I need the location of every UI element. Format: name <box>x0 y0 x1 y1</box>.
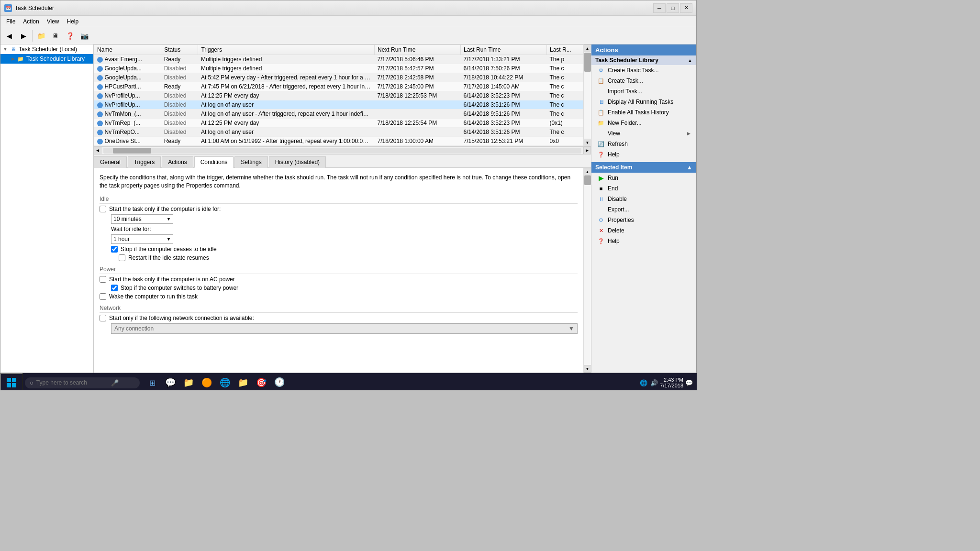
col-name[interactable]: Name <box>94 45 161 55</box>
title-controls: ─ □ ✕ <box>653 3 692 13</box>
maps-app[interactable]: 🎯 <box>253 374 270 390</box>
table-row[interactable]: Avast Emerg... Ready Multiple triggers d… <box>94 55 583 64</box>
export-item[interactable]: Export... <box>591 204 696 215</box>
scroll-down-button[interactable]: ▼ <box>584 139 591 146</box>
disable-item[interactable]: ⏸ Disable <box>591 194 696 204</box>
battery-checkbox[interactable] <box>111 285 118 291</box>
col-status[interactable]: Status <box>161 45 198 55</box>
notification-icon[interactable]: 💬 <box>685 379 693 386</box>
properties-item[interactable]: ⚙ Properties <box>591 215 696 225</box>
help-button[interactable]: ❓ <box>63 29 77 43</box>
table-row[interactable]: NvTmRepO... Disabled At log on of any us… <box>94 128 583 137</box>
folder-button[interactable]: 📁 <box>34 29 48 43</box>
close-button[interactable]: ✕ <box>680 3 692 13</box>
h-scroll-right[interactable]: ▶ <box>583 147 591 154</box>
vlc-app[interactable]: 🟠 <box>198 374 215 390</box>
task-next-run-cell <box>374 128 460 137</box>
menu-view[interactable]: View <box>43 17 63 26</box>
wake-checkbox[interactable] <box>100 293 106 300</box>
export-button[interactable]: 📷 <box>78 29 91 43</box>
view-item[interactable]: View ▶ <box>591 128 696 139</box>
disable-label: Disable <box>608 196 627 202</box>
tab-actions[interactable]: Actions <box>162 156 193 168</box>
detail-scroll-down[interactable]: ▼ <box>584 365 591 373</box>
stop-idle-checkbox[interactable] <box>111 246 118 253</box>
table-row[interactable]: NvProfileUp... Disabled At log on of any… <box>94 100 583 110</box>
menu-action[interactable]: Action <box>19 17 43 26</box>
idle-wait-dropdown[interactable]: 1 hour ▼ <box>111 234 173 244</box>
idle-start-checkbox[interactable] <box>100 206 106 212</box>
task-name-cell: GoogleUpda... <box>94 64 161 73</box>
tab-history[interactable]: History (disabled) <box>269 156 326 168</box>
task-scheduler-library-section[interactable]: Task Scheduler Library ▲ <box>591 55 696 65</box>
task-triggers-cell: Multiple triggers defined <box>198 64 375 73</box>
table-row[interactable]: GoogleUpda... Disabled At 5:42 PM every … <box>94 73 583 82</box>
tab-general[interactable]: General <box>94 156 127 168</box>
disable-icon: ⏸ <box>597 195 605 203</box>
menu-file[interactable]: File <box>2 17 19 26</box>
delete-icon: ✕ <box>597 227 605 234</box>
tab-triggers[interactable]: Triggers <box>128 156 161 168</box>
tab-settings[interactable]: Settings <box>234 156 267 168</box>
end-item[interactable]: ■ End <box>591 183 696 194</box>
table-row[interactable]: NvTmRep_(... Disabled At 12:25 PM every … <box>94 119 583 128</box>
new-folder-item[interactable]: 📁 New Folder... <box>591 118 696 128</box>
search-input[interactable] <box>36 379 108 386</box>
table-row[interactable]: OneDrive St... Ready At 1:00 AM on 5/1/1… <box>94 137 583 146</box>
task-last-result-cell: The c <box>547 73 583 82</box>
create-basic-task-item[interactable]: ⚙ Create Basic Task... <box>591 65 696 76</box>
clock-date: 7/17/2018 <box>660 383 683 388</box>
store-app[interactable]: 💬 <box>162 374 179 390</box>
minimize-button[interactable]: ─ <box>653 3 666 13</box>
h-scroll-left[interactable]: ◀ <box>94 147 101 154</box>
run-item[interactable]: ▶ Run <box>591 173 696 183</box>
scroll-thumb[interactable] <box>584 53 591 72</box>
table-row[interactable]: NvTmMon_(... Disabled At log on of any u… <box>94 110 583 119</box>
computer-button[interactable]: 🖥 <box>49 29 62 43</box>
tree-item-local[interactable]: ▼ 🖥 Task Scheduler (Local) <box>0 44 93 54</box>
enable-history-item[interactable]: 📋 Enable All Tasks History <box>591 107 696 118</box>
network-checkbox[interactable] <box>100 315 106 321</box>
chrome-app[interactable]: 🌐 <box>216 374 234 390</box>
task-scheduler-app[interactable]: 🕐 <box>271 374 288 390</box>
taskbar-search[interactable]: ○ 🎤 <box>25 377 140 388</box>
display-running-item[interactable]: 🖥 Display All Running Tasks <box>591 97 696 107</box>
taskview-app[interactable]: ⊞ <box>144 374 161 390</box>
scroll-up-button[interactable]: ▲ <box>584 44 591 52</box>
delete-item[interactable]: ✕ Delete <box>591 225 696 236</box>
table-row[interactable]: HPCustParti... Ready At 7:45 PM on 6/21/… <box>94 82 583 91</box>
refresh-item[interactable]: 🔄 Refresh <box>591 139 696 149</box>
col-last-run[interactable]: Last Run Time <box>461 45 547 55</box>
detail-scroll-thumb[interactable] <box>584 176 591 185</box>
help-selected-item[interactable]: ❓ Help <box>591 236 696 246</box>
h-scroll-thumb[interactable] <box>113 148 151 154</box>
table-row[interactable]: GoogleUpda... Disabled Multiple triggers… <box>94 64 583 73</box>
import-task-item[interactable]: Import Task... <box>591 86 696 97</box>
start-button[interactable] <box>0 373 23 390</box>
maximize-button[interactable]: □ <box>667 3 679 13</box>
create-task-item[interactable]: 📋 Create Task... <box>591 76 696 86</box>
forward-button[interactable]: ▶ <box>17 29 30 43</box>
taskbar-clock[interactable]: 2:43 PM 7/17/2018 <box>660 377 683 388</box>
idle-duration-dropdown[interactable]: 10 minutes ▼ <box>111 214 173 224</box>
tree-item-library[interactable]: ▶ 📁 Task Scheduler Library <box>0 54 93 64</box>
col-triggers[interactable]: Triggers <box>198 45 375 55</box>
network-label: Start only if the following network conn… <box>109 315 254 321</box>
explorer-app[interactable]: 📁 <box>180 374 197 390</box>
table-row[interactable]: NvProfileUp... Disabled At 12:25 PM ever… <box>94 91 583 100</box>
restart-idle-checkbox[interactable] <box>119 254 125 261</box>
col-last-result[interactable]: Last R... <box>547 45 583 55</box>
detail-scroll-up[interactable]: ▲ <box>584 168 591 176</box>
network-connection-dropdown[interactable]: Any connection ▼ <box>111 323 578 334</box>
detail-scrollbar[interactable]: ▲ ▼ <box>583 168 591 373</box>
folder2-app[interactable]: 📁 <box>234 374 252 390</box>
help-item[interactable]: ❓ Help <box>591 149 696 160</box>
tab-conditions[interactable]: Conditions <box>194 156 234 168</box>
horizontal-scrollbar[interactable]: ◀ ▶ <box>94 146 591 154</box>
main-content: ▼ 🖥 Task Scheduler (Local) ▶ 📁 Task Sche… <box>0 44 696 373</box>
col-next-run[interactable]: Next Run Time <box>374 45 460 55</box>
back-button[interactable]: ◀ <box>2 29 16 43</box>
menu-help[interactable]: Help <box>63 17 83 26</box>
ac-power-checkbox[interactable] <box>100 276 106 283</box>
task-list-scrollbar[interactable]: ▲ ▼ <box>583 44 591 146</box>
